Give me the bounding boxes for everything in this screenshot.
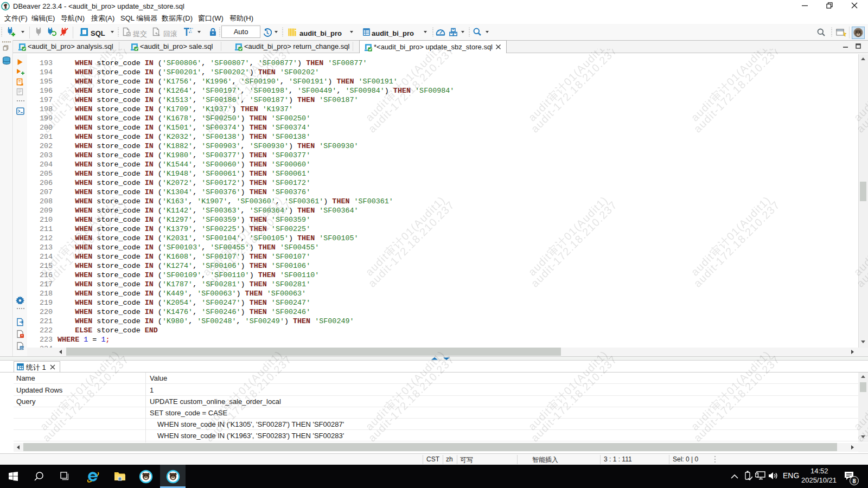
svg-text:(x): (x)	[21, 346, 25, 350]
